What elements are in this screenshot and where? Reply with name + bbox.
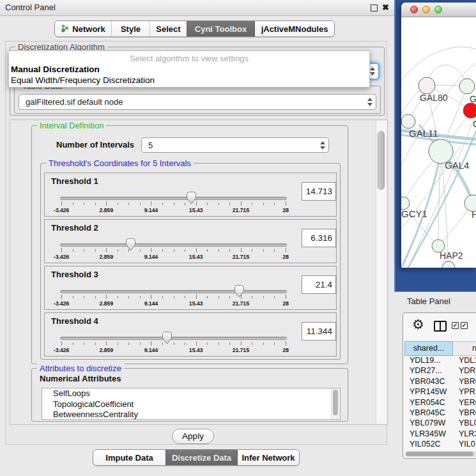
network-node-gal11[interactable] xyxy=(401,114,415,128)
threshold-value-field[interactable]: 6.316 xyxy=(302,229,336,247)
axis-tick-label: 21.715 xyxy=(227,254,255,260)
cyni-content-panel: Discretization Algorithm Table Data galF… xyxy=(5,41,387,445)
table-row[interactable]: YIL052CYIL0 xyxy=(404,440,476,450)
node-label: GAL80 xyxy=(420,93,448,103)
network-node-gcy1[interactable] xyxy=(401,197,410,210)
table-row[interactable]: YPR145WYPR1 xyxy=(404,387,476,397)
axis-tick-label: -3.426 xyxy=(47,347,75,353)
node-label: GAL11 xyxy=(409,128,438,139)
threshold-value-field[interactable]: 21.4 xyxy=(302,275,336,294)
threshold-value-field[interactable]: 11.344 xyxy=(302,322,336,341)
slider-thumb[interactable] xyxy=(125,238,136,251)
axis-tick-label: 21.715 xyxy=(227,347,255,353)
tab-style[interactable]: Style xyxy=(111,21,150,36)
table-row[interactable]: YLR345WYLR3 xyxy=(404,429,476,440)
threshold-slider[interactable]: -3.4262.8599.14415.4321.71528 xyxy=(58,284,300,309)
checkbox-icon[interactable]: ✓ xyxy=(461,322,468,329)
network-node[interactable] xyxy=(459,79,475,94)
apply-button[interactable]: Apply xyxy=(172,429,214,444)
tab-infer-network[interactable]: Infer Network xyxy=(237,450,299,465)
threshold-value-field[interactable]: 14.713 xyxy=(302,182,336,201)
split-panel-icon[interactable] xyxy=(434,321,447,332)
column-header-1[interactable]: shared... xyxy=(404,341,453,356)
combo-arrows-icon xyxy=(317,141,328,150)
table-row[interactable]: YDR27...YDR2 xyxy=(404,366,476,376)
dropdown-option-manual-discretization[interactable]: Manual Discretization xyxy=(9,64,369,75)
table-row[interactable]: YBL079WYBL0 xyxy=(404,418,476,429)
axis-tick-label: 21.715 xyxy=(227,207,255,213)
slider-track[interactable] xyxy=(60,197,287,200)
close-traffic-light-icon[interactable] xyxy=(410,6,418,13)
slider-thumb[interactable] xyxy=(186,192,197,204)
table-panel-title: Table Panel xyxy=(407,296,450,306)
network-canvas[interactable]: GAL80GAGAL11CGAL4GCY1HHAP2 xyxy=(401,17,476,268)
threshold-3-box: Threshold 3-3.4262.8599.14415.4321.71528… xyxy=(44,266,337,310)
interval-definition-group: Interval Definition Number of Intervals … xyxy=(31,125,348,364)
number-of-intervals-label: Number of Intervals xyxy=(56,140,134,150)
tab-discretize-data[interactable]: Discretize Data xyxy=(165,450,237,465)
threshold-2-box: Threshold 2-3.4262.8599.14415.4321.71528… xyxy=(44,219,337,263)
axis-tick-label: 2.859 xyxy=(92,254,120,260)
axis-tick-label: -3.426 xyxy=(47,207,75,213)
group-title: Attributes to discretize xyxy=(37,364,124,373)
axis-tick-label: 21.715 xyxy=(227,300,255,307)
group-title: Threshold's Coordinates for 5 Intervals xyxy=(46,158,194,168)
network-window-titlebar[interactable] xyxy=(401,3,476,17)
axis-tick-label: 28 xyxy=(272,207,300,213)
axis-tick-label: 9.144 xyxy=(137,207,165,213)
network-node-gal80[interactable] xyxy=(418,77,435,94)
node-label: H xyxy=(472,209,476,220)
float-window-icon[interactable] xyxy=(371,4,378,12)
tab-jactivemnodules[interactable]: jActiveMNodules xyxy=(254,21,334,36)
algorithm-dropdown-popup: Select algorithm to view settings Manual… xyxy=(8,50,370,88)
table-horizontal-scrollbar[interactable] xyxy=(405,451,476,457)
axis-tick-label: 28 xyxy=(272,347,300,353)
table-header-row: shared...n xyxy=(404,341,476,356)
slider-thumb[interactable] xyxy=(234,285,245,298)
network-node[interactable] xyxy=(463,103,476,118)
slider-thumb[interactable] xyxy=(162,332,173,344)
desktop-background: GAL80GAGAL11CGAL4GCY1HHAP2 xyxy=(394,0,476,291)
table-row[interactable]: YBR045CYBR0 xyxy=(404,408,476,418)
tab-network[interactable]: Network xyxy=(55,21,111,36)
number-of-intervals-combobox[interactable]: 5 xyxy=(141,137,329,153)
dropdown-option-equal-width-frequency-discretization[interactable]: Equal Width/Frequency Discretization xyxy=(9,75,369,86)
dropdown-placeholder: Select algorithm to view settings xyxy=(9,53,369,64)
list-scrollbar[interactable] xyxy=(331,388,340,419)
threshold-label: Threshold 4 xyxy=(51,316,98,326)
attribute-item-betweennesscentrality[interactable]: BetweennessCentrality xyxy=(42,410,340,420)
threshold-slider[interactable]: -3.4262.8599.14415.4321.71528 xyxy=(58,331,300,355)
threshold-label: Threshold 1 xyxy=(51,176,98,186)
attribute-item-topologicalcoefficient[interactable]: TopologicalCoefficient xyxy=(42,399,340,410)
slider-track[interactable] xyxy=(60,243,287,247)
table-row[interactable]: YER054CYER0 xyxy=(404,398,476,408)
table-data-combobox[interactable]: galFiltered.sif default node xyxy=(19,94,376,110)
slider-track[interactable] xyxy=(60,290,287,293)
axis-tick-label: -3.426 xyxy=(47,254,75,260)
network-node[interactable] xyxy=(442,261,455,268)
group-title: Interval Definition xyxy=(37,121,106,130)
tab-impute-data[interactable]: Impute Data xyxy=(93,450,165,465)
zoom-traffic-light-icon[interactable] xyxy=(434,6,442,13)
panel-scrollbar[interactable] xyxy=(376,121,387,424)
attribute-item-selfloops[interactable]: SelfLoops xyxy=(42,388,340,399)
network-edge[interactable] xyxy=(401,47,476,81)
node-label: GCY1 xyxy=(401,208,427,219)
axis-tick-label: 15.43 xyxy=(182,254,210,260)
minimize-traffic-light-icon[interactable] xyxy=(422,6,430,13)
tab-select[interactable]: Select xyxy=(150,21,187,36)
numerical-attributes-list[interactable]: SelfLoopsTopologicalCoefficientBetweenne… xyxy=(42,388,341,420)
gear-icon[interactable]: ⚙ xyxy=(412,317,424,332)
table-panel: Table Panel ⚙ ✓ ✓ shared...n YDL19...YDL… xyxy=(394,291,476,476)
threshold-slider[interactable]: -3.4262.8599.14415.4321.71528 xyxy=(58,191,300,215)
slider-track[interactable] xyxy=(60,337,287,340)
checkbox-icon[interactable]: ✓ xyxy=(452,322,459,329)
table-row[interactable]: YBR043CYBR0 xyxy=(404,377,476,387)
tab-cyni-toolbox[interactable]: Cyni Toolbox xyxy=(187,21,254,36)
column-header-2[interactable]: n xyxy=(453,341,476,356)
close-icon[interactable]: ✖ xyxy=(382,2,389,13)
table-row[interactable]: YDL19...YDL1 xyxy=(404,356,476,366)
threshold-1-box: Threshold 1-3.4262.8599.14415.4321.71528… xyxy=(44,173,337,217)
axis-tick-label: 2.859 xyxy=(92,300,120,307)
threshold-slider[interactable]: -3.4262.8599.14415.4321.71528 xyxy=(58,238,300,262)
